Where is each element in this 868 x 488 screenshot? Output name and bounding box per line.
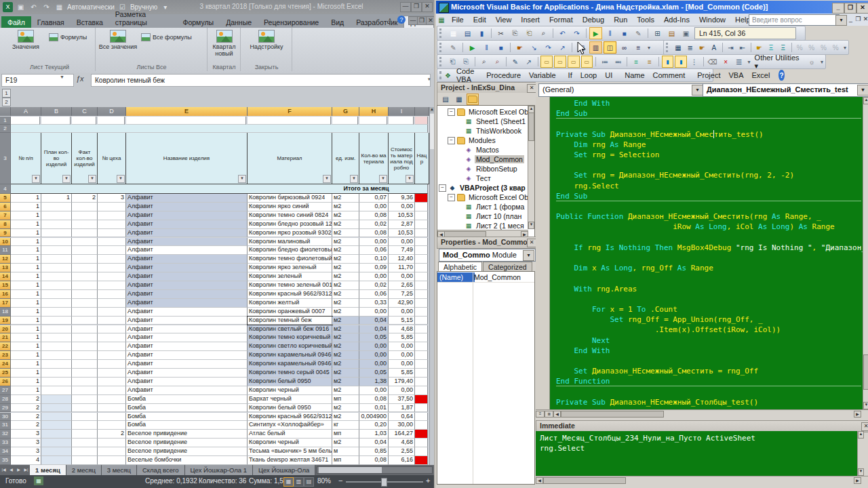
quick-watch-icon[interactable]: ∞	[618, 41, 631, 54]
cell-E8[interactable]: Алфавит	[126, 220, 248, 229]
view-mode-icon-3[interactable]: ▤	[304, 477, 314, 487]
code-line-12[interactable]: Public Function Диапазон_НЕсмежный_Смест…	[556, 212, 861, 221]
cell-E26[interactable]: Алфавит	[126, 378, 248, 386]
cell-H28[interactable]: 0,08	[359, 395, 389, 404]
cell-E12[interactable]: Алфавит	[126, 255, 248, 264]
outline-level-2-button[interactable]: 2	[2, 98, 11, 106]
cell-F23[interactable]: Ковролин карамельный 0946	[248, 351, 332, 360]
cell-C6[interactable]	[72, 203, 98, 211]
code-line-6[interactable]: Set rng = Selection	[556, 150, 861, 159]
pin-icon[interactable]: ☛	[696, 41, 707, 54]
cell-B10[interactable]	[41, 238, 72, 247]
view-mode-icon-1[interactable]: ▦	[283, 477, 294, 487]
cell-D31[interactable]	[98, 421, 126, 430]
split-view-icon[interactable]: ≡	[536, 411, 545, 418]
filter-icon[interactable]: ▼	[32, 175, 40, 183]
tree-expand-icon[interactable]: −	[448, 194, 455, 201]
cell-J24[interactable]	[415, 360, 428, 369]
cell-D10[interactable]	[98, 238, 126, 247]
cell-C20[interactable]	[72, 325, 98, 334]
row-header-33[interactable]: 33	[0, 439, 11, 447]
cell-A16[interactable]: 1	[11, 290, 41, 299]
toolbar-handle[interactable]	[439, 57, 444, 66]
cell-E35[interactable]: Веселые бомбочки	[126, 456, 248, 465]
vba-restore-button[interactable]: ❐	[844, 3, 856, 14]
row-header-6[interactable]: 6	[0, 203, 11, 211]
cell-I22[interactable]: 0,00	[389, 342, 415, 351]
code-line-25[interactable]: End With	[556, 346, 861, 355]
cell-C18[interactable]	[72, 308, 98, 317]
cell-I34[interactable]: 2,55	[389, 447, 415, 456]
tree-expand-icon[interactable]: −	[448, 108, 455, 116]
tree-vertical-scrollbar[interactable]: ▲▼	[528, 106, 534, 229]
cell-J7[interactable]	[415, 211, 428, 220]
cell-B12[interactable]	[41, 255, 72, 264]
cell-B19[interactable]	[41, 317, 72, 325]
cell-F22[interactable]: Ковролин светло коричневый	[248, 342, 332, 351]
cell-B34[interactable]	[41, 447, 72, 456]
minimize-button[interactable]: —	[400, 2, 411, 12]
cell-F11[interactable]: Ковролин бледно фиолетовы	[248, 246, 332, 255]
cell-C10[interactable]	[72, 238, 98, 247]
row-header-27[interactable]: 27	[0, 386, 11, 395]
column-header-C[interactable]: C	[72, 107, 98, 116]
cell-E20[interactable]: Алфавит	[126, 325, 248, 334]
cell-F13[interactable]: Ковролин ярко зеленый	[248, 264, 332, 272]
close-button[interactable]: ✕	[422, 2, 433, 12]
filter-icon[interactable]: ▼	[379, 175, 387, 183]
cell-J11[interactable]	[415, 246, 428, 255]
cell-F29[interactable]: Ковролин белый 0950	[248, 404, 332, 413]
code-line-1[interactable]: End With	[556, 99, 861, 108]
row-header-14[interactable]: 14	[0, 272, 11, 281]
cell-B17[interactable]	[41, 299, 72, 308]
cell-F24[interactable]: Ковролин карамельный 0946	[248, 360, 332, 369]
cell-D30[interactable]	[98, 413, 126, 422]
cell-H35[interactable]: 0,08	[359, 456, 389, 465]
cell-F10[interactable]: Ковролин малиновый	[248, 238, 332, 247]
run-icon[interactable]: ▶	[589, 27, 602, 39]
cell-I7[interactable]: 10,53	[389, 211, 415, 220]
row-header-10[interactable]: 10	[0, 238, 11, 247]
row-header-31[interactable]: 31	[0, 421, 11, 430]
code-line-5[interactable]: Dim rng As Range	[556, 140, 861, 149]
cell-H15[interactable]: 0,02	[359, 281, 389, 290]
cell-B15[interactable]	[41, 281, 72, 290]
cell-J34[interactable]	[415, 447, 428, 456]
cell-G30[interactable]: м2	[332, 413, 359, 422]
cell-I27[interactable]: 0,00	[389, 386, 415, 395]
immediate-line-2[interactable]: rng.Select	[540, 444, 585, 453]
cell-I20[interactable]: 4,68	[389, 325, 415, 334]
cell-E5[interactable]: Алфавит	[126, 194, 248, 203]
cell-H24[interactable]: 0,00	[359, 360, 389, 369]
cell-B23[interactable]	[41, 351, 72, 360]
column-header-A[interactable]: A	[11, 107, 41, 116]
zoom-out-icon[interactable]: −	[338, 476, 342, 485]
toolbar-handle[interactable]	[439, 71, 441, 80]
scroll-left-icon[interactable]: ◀	[536, 477, 543, 484]
cell-G19[interactable]: м2	[332, 317, 359, 325]
cell-C12[interactable]	[72, 255, 98, 264]
cell-H20[interactable]: 0,04	[359, 325, 389, 334]
row-header-3[interactable]: 3	[0, 133, 11, 184]
toggle-folders-icon[interactable]	[467, 94, 479, 105]
outline-icon[interactable]: ☰	[733, 56, 745, 68]
menu-tools[interactable]: Tools	[632, 16, 659, 24]
cell-E10[interactable]: Алфавит	[126, 238, 248, 247]
vba-minimize-button[interactable]: _	[832, 3, 844, 14]
row-header-11[interactable]: 11	[0, 246, 11, 255]
ribbon-tab-8[interactable]: Вид	[325, 16, 350, 28]
sheet-tab-3[interactable]: 3 месяц	[102, 465, 137, 475]
cell-H34[interactable]: 0,85	[359, 447, 389, 456]
outline-level-1-button[interactable]: 1	[2, 89, 11, 98]
cell-H14[interactable]: 0,00	[359, 272, 389, 281]
help-icon[interactable]: ?	[778, 70, 784, 81]
cell-D12[interactable]	[98, 255, 126, 264]
cell-F14[interactable]: Ковролин зеленый	[248, 272, 332, 281]
toolbar-options-icon[interactable]: ▾	[821, 59, 823, 65]
cell-H12[interactable]: 0,10	[359, 255, 389, 264]
cell-D19[interactable]	[98, 317, 126, 325]
replace-icon[interactable]: ⌕	[492, 56, 504, 68]
cell-D7[interactable]	[98, 211, 126, 220]
row-header-16[interactable]: 16	[0, 290, 11, 299]
cell-F20[interactable]: Ковролин светлый беж 0916	[248, 325, 332, 334]
